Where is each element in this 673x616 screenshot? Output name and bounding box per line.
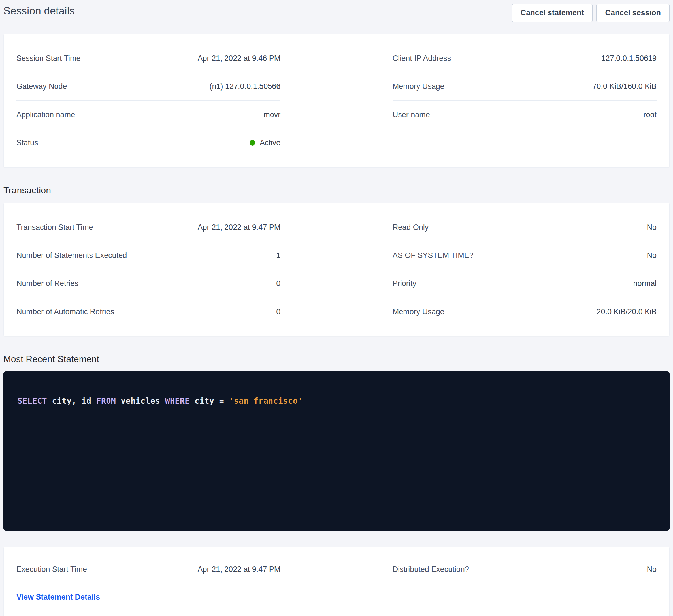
gateway-node-link[interactable]: (n1) 127.0.0.1:50566 — [210, 82, 281, 91]
execution-card-left-column: Execution Start Time Apr 21, 2022 at 9:4… — [16, 556, 280, 611]
sql-string-literal: 'san francisco' — [229, 396, 302, 406]
read-only-label: Read Only — [393, 223, 429, 232]
as-of-system-time-row: AS OF SYSTEM TIME? No — [393, 242, 657, 270]
sql-identifiers: city, id — [47, 396, 96, 406]
client-ip-value: 127.0.0.1:50619 — [601, 54, 657, 63]
automatic-retries-row: Number of Automatic Retries 0 — [16, 298, 280, 326]
transaction-card-left-column: Transaction Start Time Apr 21, 2022 at 9… — [16, 214, 280, 326]
execution-card-right-column: Distributed Execution? No — [393, 556, 657, 611]
session-memory-usage-value: 70.0 KiB/160.0 KiB — [592, 82, 657, 91]
view-statement-details-link[interactable]: View Statement Details — [16, 593, 100, 602]
most-recent-statement-section-title: Most Recent Statement — [3, 354, 670, 364]
session-start-time-row: Session Start Time Apr 21, 2022 at 9:46 … — [16, 44, 280, 72]
transaction-memory-usage-value: 20.0 KiB/20.0 KiB — [597, 307, 657, 316]
user-name-row: User name root — [393, 101, 657, 128]
priority-value: normal — [633, 279, 657, 288]
header-actions: Cancel statement Cancel session — [512, 4, 670, 22]
user-name-label: User name — [393, 110, 430, 119]
session-card-left-column: Session Start Time Apr 21, 2022 at 9:46 … — [16, 44, 280, 157]
gateway-node-row: Gateway Node (n1) 127.0.0.1:50566 — [16, 72, 280, 100]
transaction-card-right-column: Read Only No AS OF SYSTEM TIME? No Prior… — [393, 214, 657, 326]
status-label: Status — [16, 138, 38, 147]
sql-keyword: WHERE — [165, 396, 190, 406]
transaction-start-time-row: Transaction Start Time Apr 21, 2022 at 9… — [16, 214, 280, 242]
execution-start-time-label: Execution Start Time — [16, 565, 87, 574]
number-of-retries-label: Number of Retries — [16, 279, 78, 288]
execution-card: Execution Start Time Apr 21, 2022 at 9:4… — [3, 547, 670, 616]
number-of-retries-row: Number of Retries 0 — [16, 270, 280, 298]
number-of-retries-value: 0 — [276, 279, 280, 288]
transaction-start-time-value: Apr 21, 2022 at 9:47 PM — [198, 223, 281, 232]
client-ip-row: Client IP Address 127.0.0.1:50619 — [393, 44, 657, 72]
execution-start-time-row: Execution Start Time Apr 21, 2022 at 9:4… — [16, 556, 280, 583]
statements-executed-row: Number of Statements Executed 1 — [16, 242, 280, 270]
sql-identifiers: city = — [190, 396, 229, 406]
sql-identifiers: vehicles — [116, 396, 165, 406]
application-name-label: Application name — [16, 110, 75, 119]
sql-statement-box: SELECT city, id FROM vehicles WHERE city… — [3, 371, 670, 531]
read-only-value: No — [647, 223, 657, 232]
transaction-start-time-label: Transaction Start Time — [16, 223, 93, 232]
transaction-memory-usage-row: Memory Usage 20.0 KiB/20.0 KiB — [393, 298, 657, 326]
user-name-value: root — [643, 110, 657, 119]
execution-start-time-value: Apr 21, 2022 at 9:47 PM — [198, 565, 281, 574]
automatic-retries-value: 0 — [276, 307, 280, 316]
distributed-execution-value: No — [647, 565, 657, 574]
page-header: Session details Cancel statement Cancel … — [3, 4, 670, 22]
client-ip-label: Client IP Address — [393, 54, 451, 63]
statements-executed-label: Number of Statements Executed — [16, 251, 127, 260]
as-of-system-time-label: AS OF SYSTEM TIME? — [393, 251, 474, 260]
status-value: Active — [260, 138, 281, 147]
status-active-dot-icon — [250, 140, 255, 145]
transaction-memory-usage-label: Memory Usage — [393, 307, 444, 316]
distributed-execution-label: Distributed Execution? — [393, 565, 469, 574]
application-name-value: movr — [263, 110, 280, 119]
view-statement-details-row: View Statement Details — [16, 583, 280, 611]
session-start-time-value: Apr 21, 2022 at 9:46 PM — [198, 54, 281, 63]
transaction-card: Transaction Start Time Apr 21, 2022 at 9… — [3, 203, 670, 337]
session-summary-card: Session Start Time Apr 21, 2022 at 9:46 … — [3, 34, 670, 168]
status-row: Status Active — [16, 129, 280, 157]
cancel-session-button[interactable]: Cancel session — [596, 4, 670, 22]
sql-keyword: FROM — [96, 396, 116, 406]
statements-executed-value: 1 — [276, 251, 280, 260]
priority-row: Priority normal — [393, 270, 657, 298]
distributed-execution-row: Distributed Execution? No — [393, 556, 657, 583]
read-only-row: Read Only No — [393, 214, 657, 242]
session-memory-usage-row: Memory Usage 70.0 KiB/160.0 KiB — [393, 72, 657, 100]
priority-label: Priority — [393, 279, 416, 288]
as-of-system-time-value: No — [647, 251, 657, 260]
gateway-node-label: Gateway Node — [16, 82, 67, 91]
automatic-retries-label: Number of Automatic Retries — [16, 307, 114, 316]
sql-keyword: SELECT — [18, 396, 47, 406]
sql-statement-text: SELECT city, id FROM vehicles WHERE city… — [18, 396, 655, 406]
application-name-row: Application name movr — [16, 101, 280, 129]
session-card-right-column: Client IP Address 127.0.0.1:50619 Memory… — [393, 44, 657, 157]
session-memory-usage-label: Memory Usage — [393, 82, 444, 91]
cancel-statement-button[interactable]: Cancel statement — [512, 4, 593, 22]
session-start-time-label: Session Start Time — [16, 54, 81, 63]
status-badge: Active — [250, 138, 281, 147]
page-title: Session details — [3, 5, 75, 17]
transaction-section-title: Transaction — [3, 185, 670, 196]
